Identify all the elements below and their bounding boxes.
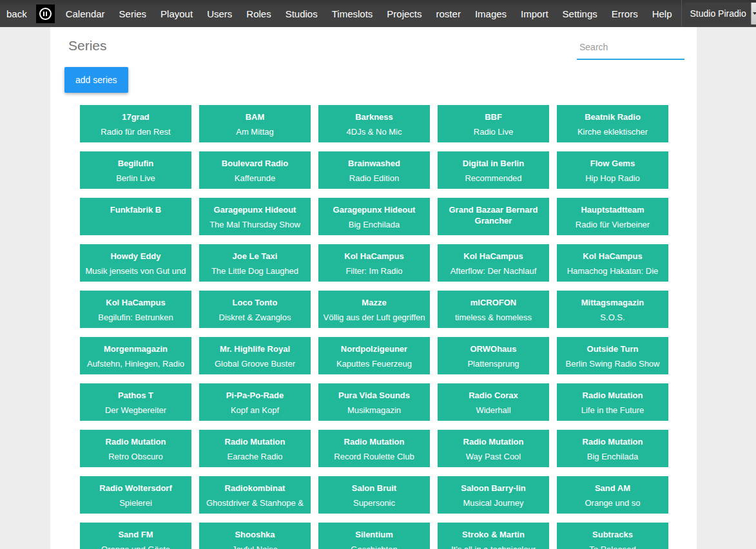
series-card-subtitle: Begilufin: Betrunken bbox=[84, 313, 188, 323]
series-card[interactable]: BegilufinBerlin Live bbox=[80, 151, 191, 189]
series-card[interactable]: Flow GemsHip Hop Radio bbox=[557, 151, 668, 189]
series-card-title: Kol HaCampus bbox=[84, 297, 188, 308]
series-card[interactable]: BrainwashedRadio Edition bbox=[318, 151, 430, 189]
series-card[interactable]: BAMAm Mittag bbox=[199, 105, 311, 142]
series-card[interactable]: SilentiumGeschichten bbox=[318, 523, 430, 549]
series-card[interactable]: BBFRadio Live bbox=[438, 105, 549, 142]
series-card[interactable]: Pura Vida SoundsMusikmagazin bbox=[318, 383, 430, 421]
nav-item-series[interactable]: Series bbox=[112, 8, 154, 19]
series-card[interactable]: Grand Bazaar Bernard Grancher bbox=[438, 198, 549, 235]
series-card[interactable]: 17gradRadio für den Rest bbox=[80, 105, 191, 142]
series-card[interactable]: RadiokombinatGhostdriver & Stanhope & bbox=[199, 476, 311, 514]
series-card-subtitle: Völlig aus der Luft gegriffen bbox=[322, 313, 426, 323]
main-content: Series add series 17gradRadio für den Re… bbox=[50, 27, 697, 549]
series-card[interactable]: Radio WoltersdorfSpielerei bbox=[80, 476, 191, 514]
series-card-subtitle: Kirche eklektischer bbox=[561, 127, 664, 137]
series-card[interactable]: MorgenmagazinAufstehn, Hinlegen, Radio bbox=[80, 337, 191, 374]
series-card-title: Loco Tonto bbox=[203, 297, 307, 308]
series-card[interactable]: Radio MutationWay Past Cool bbox=[438, 430, 549, 467]
series-card[interactable]: Sand FMOrange und Gäste bbox=[80, 523, 191, 549]
series-card[interactable]: Radio CoraxWiderhall bbox=[438, 383, 549, 421]
series-card[interactable]: Digital in BerlinRecommended bbox=[438, 151, 549, 189]
series-card[interactable]: Beatnik RadioKirche eklektischer bbox=[557, 105, 668, 142]
series-card-title: Pura Vida Sounds bbox=[322, 390, 426, 401]
series-card-title: Radio Mutation bbox=[561, 436, 664, 447]
add-series-button[interactable]: add series bbox=[64, 67, 128, 93]
series-card[interactable]: HauptstadtteamRadio für Vierbeiner bbox=[557, 198, 668, 235]
nav-item-errors[interactable]: Errors bbox=[605, 8, 645, 19]
series-card-title: Subtracks bbox=[561, 529, 664, 540]
series-card[interactable]: Kol HaCampusFilter: Im Radio bbox=[318, 244, 430, 282]
series-card[interactable]: Howdy EddyMusik jenseits von Gut und bbox=[80, 244, 191, 282]
series-card[interactable]: NordpolzigeunerKaputtes Feuerzeug bbox=[318, 337, 430, 374]
series-card[interactable]: Radio MutationLife in the Future bbox=[557, 383, 668, 421]
series-card[interactable]: MittagsmagazinS.O.S. bbox=[557, 291, 668, 328]
nav-item-settings[interactable]: Settings bbox=[556, 8, 605, 19]
series-card-title: Kol HaCampus bbox=[561, 251, 664, 262]
series-card-title: Saloon Barry-lin bbox=[441, 483, 545, 494]
series-card[interactable]: MazzeVöllig aus der Luft gegriffen bbox=[318, 291, 430, 328]
series-card[interactable]: Funkfabrik B bbox=[80, 198, 191, 235]
piradio-logo-icon bbox=[36, 5, 55, 23]
series-card[interactable]: Garagepunx HideoutBig Enchilada bbox=[318, 198, 430, 235]
series-card[interactable]: Stroko & MartinIt's all in a technicolou… bbox=[438, 523, 549, 549]
series-card-title: Sand FM bbox=[84, 529, 188, 540]
nav-item-roles[interactable]: Roles bbox=[239, 8, 278, 19]
series-card[interactable]: Radio MutationRecord Roulette Club bbox=[318, 430, 430, 467]
series-card[interactable]: Joe Le TaxiThe Little Dog Laughed bbox=[199, 244, 311, 282]
series-card-title: ORWOhaus bbox=[441, 343, 545, 354]
series-card[interactable]: Pi-Pa-Po-RadeKopf an Kopf bbox=[199, 383, 311, 421]
series-card[interactable]: Garagepunx HideoutThe Mal Thursday Show bbox=[199, 198, 311, 235]
series-card[interactable]: Mr. Highlife RoyalGlobal Groove Buster bbox=[199, 337, 311, 374]
series-card[interactable]: Kol HaCampusAfterflow: Der Nachlauf bbox=[438, 244, 549, 282]
series-card-title: Garagepunx Hideout bbox=[203, 204, 307, 215]
series-card-subtitle: Big Enchilada bbox=[561, 452, 664, 462]
series-card[interactable]: Boulevard RadioKafferunde bbox=[199, 151, 311, 189]
series-card-subtitle: 4DJs & No Mic bbox=[322, 127, 426, 137]
nav-item-help[interactable]: Help bbox=[645, 8, 679, 19]
series-card[interactable]: Radio MutationRetro Obscuro bbox=[80, 430, 191, 467]
nav-item-playout[interactable]: Playout bbox=[153, 8, 200, 19]
series-card[interactable]: Radio MutationEarache Radio bbox=[199, 430, 311, 467]
series-card[interactable]: Pathos TDer Wegbereiter bbox=[80, 383, 191, 421]
back-link[interactable]: back bbox=[0, 8, 36, 19]
series-card[interactable]: Saloon Barry-linMusical Journey bbox=[438, 476, 549, 514]
nav-item-timeslots[interactable]: Timeslots bbox=[325, 8, 380, 19]
dropdown-arrow-icon[interactable] bbox=[751, 3, 756, 24]
series-card[interactable]: SubtracksTo Released bbox=[557, 523, 668, 549]
series-card[interactable]: Sand AMOrange und so bbox=[557, 476, 668, 514]
series-card[interactable]: Kol HaCampusBegilufin: Betrunken bbox=[80, 291, 191, 328]
nav-item-roster[interactable]: roster bbox=[429, 8, 468, 19]
nav-item-images[interactable]: Images bbox=[468, 8, 514, 19]
series-card-subtitle: Global Groove Buster bbox=[203, 359, 307, 369]
series-card[interactable]: ShooshkaJoyful Noise bbox=[199, 523, 311, 549]
series-card-title: BAM bbox=[203, 111, 307, 122]
series-card[interactable]: ORWOhausPlattensprung bbox=[438, 337, 549, 374]
nav-item-studios[interactable]: Studios bbox=[278, 8, 325, 19]
series-card-subtitle: Kafferunde bbox=[203, 173, 307, 184]
series-card-title: Mittagsmagazin bbox=[561, 297, 664, 308]
series-card[interactable]: Loco TontoDiskret & Zwanglos bbox=[199, 291, 311, 328]
studio-select-value: Studio Piradio bbox=[690, 8, 746, 19]
series-card-title: Radio Corax bbox=[441, 390, 545, 401]
nav-item-users[interactable]: Users bbox=[200, 8, 239, 19]
series-card-title: Beatnik Radio bbox=[561, 111, 664, 122]
series-card-subtitle: Widerhall bbox=[441, 405, 545, 416]
series-card-subtitle: Diskret & Zwanglos bbox=[203, 313, 307, 323]
series-card-subtitle: Musikmagazin bbox=[322, 405, 426, 416]
series-card[interactable]: Salon BruitSupersonic bbox=[318, 476, 430, 514]
nav-item-projects[interactable]: Projects bbox=[380, 8, 429, 19]
series-card[interactable]: Radio MutationBig Enchilada bbox=[557, 430, 668, 467]
series-card[interactable]: Kol HaCampusHamachog Hakatan: Die bbox=[557, 244, 668, 282]
series-card-title: Mazze bbox=[322, 297, 426, 308]
series-card-title: Nordpolzigeuner bbox=[322, 343, 426, 354]
series-card[interactable]: Barkness4DJs & No Mic bbox=[318, 105, 430, 142]
series-card[interactable]: mICROFONtimeless & homeless bbox=[438, 291, 549, 328]
studio-select[interactable]: Studio Piradio bbox=[685, 3, 756, 24]
series-card[interactable]: Outside TurnBerlin Swing Radio Show bbox=[557, 337, 668, 374]
nav-item-import[interactable]: Import bbox=[514, 8, 556, 19]
nav-item-calendar[interactable]: Calendar bbox=[59, 8, 112, 19]
series-card-title: Silentium bbox=[322, 529, 426, 540]
search-input[interactable] bbox=[577, 39, 684, 60]
series-card-subtitle: Big Enchilada bbox=[322, 220, 426, 230]
